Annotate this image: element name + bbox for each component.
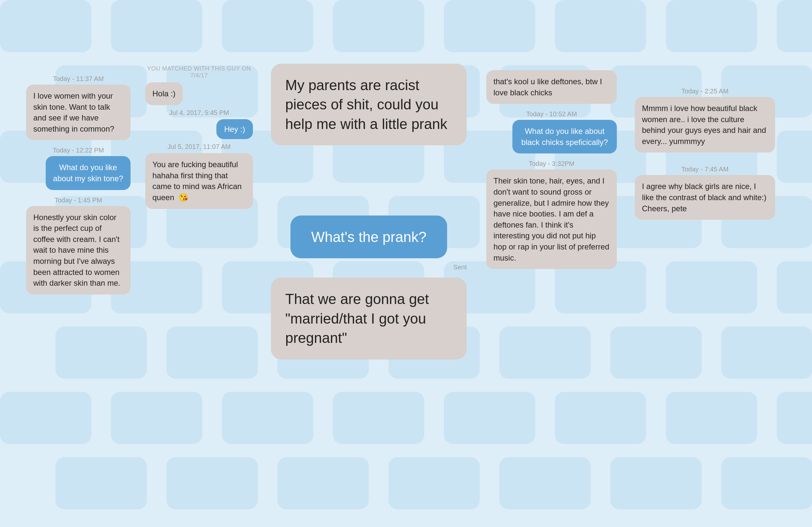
message-bubble-2c: You are fucking beautiful hahaha first t… [145, 153, 253, 209]
conversation-1: Today - 11:37 AM I love women with your … [26, 75, 131, 295]
message-bubble-3a: My parents are racist pieces of shit, co… [271, 64, 467, 145]
message-bubble-1a: I love women with your skin tone. Want t… [26, 85, 131, 140]
sent-label: Sent [271, 264, 467, 271]
message-bubble-1b: What do you like about my skin tone? [46, 156, 131, 190]
timestamp-1b: Today - 12:22 PM [26, 147, 131, 154]
timestamp-2b: Jul 5, 2017, 11:07 AM [145, 143, 253, 151]
timestamp-2a: Jul 4, 2017, 5:45 PM [145, 109, 253, 117]
conversation-2: YOU MATCHED WITH THIS GUY ON 7/4/17 Hola… [145, 65, 253, 209]
message-bubble-2a: Hola :) [145, 82, 183, 105]
message-bubble-5a: Mmmm i love how beautiful black women ar… [635, 97, 775, 153]
timestamp-1c: Today - 1:45 PM [26, 197, 131, 204]
message-bubble-3c: That we are gonna get "married/that I go… [271, 277, 467, 359]
message-bubble-5b: I agree why black girls are nice, I like… [635, 175, 775, 220]
message-bubble-2b: Hey :) [216, 119, 253, 139]
conversation-3b: What's the prank? Sent That we are gonna… [271, 215, 467, 359]
conversation-3a: My parents are racist pieces of shit, co… [271, 64, 467, 145]
message-bubble-3b: What's the prank? [290, 215, 447, 258]
message-bubble-1c: Honestly your skin color is the perfect … [26, 206, 131, 295]
message-bubble-4a: that's kool u like deftones, btw I love … [486, 70, 617, 104]
conversation-4: that's kool u like deftones, btw I love … [486, 70, 617, 269]
timestamp-4a: Today - 10:52 AM [486, 110, 617, 118]
conversation-5: Today - 2:25 AM Mmmm i love how beautifu… [635, 87, 775, 220]
timestamp-4b: Today - 3:32PM [486, 160, 617, 168]
message-bubble-4b: What do you like about black chicks spef… [512, 120, 617, 154]
timestamp-5b: Today - 7:45 AM [635, 166, 775, 173]
timestamp-5a: Today - 2:25 AM [635, 87, 775, 95]
message-bubble-4c: Their skin tone, hair, eyes, and I don't… [486, 169, 617, 269]
match-label: YOU MATCHED WITH THIS GUY ON 7/4/17 [145, 65, 253, 79]
timestamp-1a: Today - 11:37 AM [26, 75, 131, 83]
